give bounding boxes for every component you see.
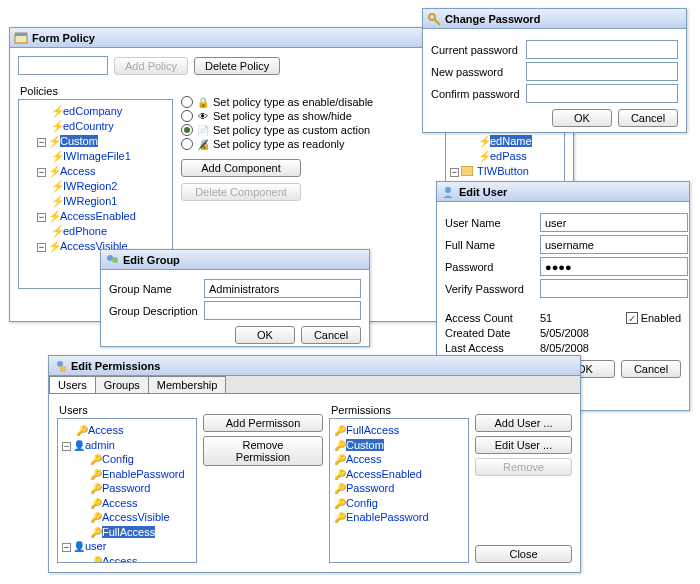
tree-item[interactable]: Password [346, 482, 394, 494]
bolt-icon: ⚡ [48, 210, 60, 223]
edit-group-titlebar: Edit Group [101, 250, 369, 270]
tree-item[interactable]: EnablePassword [102, 468, 185, 480]
user-icon: 👤 [73, 541, 85, 553]
access-count-value: 51 [540, 312, 552, 324]
form-policy-icon [14, 31, 28, 45]
permissions-tabbar: Users Groups Membership [49, 376, 580, 394]
tree-item[interactable]: Access [88, 424, 123, 436]
svg-rect-1 [15, 33, 27, 36]
collapse-icon[interactable]: − [450, 168, 459, 177]
tree-item[interactable]: Access [102, 555, 137, 563]
edit-group-cancel-button[interactable]: Cancel [301, 326, 361, 344]
group-icon [105, 253, 119, 267]
tree-item[interactable]: Access [102, 497, 137, 509]
collapse-icon[interactable]: − [37, 243, 46, 252]
enabled-checkbox[interactable]: ✓ [626, 312, 638, 324]
tree-item[interactable]: admin [85, 439, 115, 451]
tree-item[interactable]: Access [346, 453, 381, 465]
created-date-value: 5/05/2008 [540, 327, 589, 339]
add-component-button[interactable]: Add Component [181, 159, 301, 177]
users-tree[interactable]: 🔑Access −👤admin 🔑Config 🔑EnablePassword … [58, 419, 196, 562]
tree-item[interactable]: edCompany [63, 105, 122, 117]
group-desc-input[interactable] [204, 301, 361, 320]
policies-label: Policies [20, 85, 173, 97]
verify-password-input[interactable] [540, 279, 688, 298]
tab-membership[interactable]: Membership [148, 376, 227, 393]
change-password-cancel-button[interactable]: Cancel [618, 109, 678, 127]
add-policy-button[interactable]: Add Policy [114, 57, 188, 75]
close-button[interactable]: Close [475, 545, 572, 563]
container-icon [461, 166, 475, 178]
tree-item[interactable]: AccessEnabled [60, 210, 136, 222]
add-permission-button[interactable]: Add Permisson [203, 414, 323, 432]
new-password-input[interactable] [526, 62, 678, 81]
tab-users[interactable]: Users [49, 376, 96, 393]
radio-show-hide[interactable]: 👁Set policy type as show/hide [181, 109, 437, 123]
key-icon: 🔑 [334, 497, 346, 509]
tree-item[interactable]: IWRegion2 [63, 180, 117, 192]
svg-rect-3 [461, 166, 473, 176]
tree-item[interactable]: user [85, 540, 106, 552]
tree-item[interactable]: AccessVisible [102, 511, 170, 523]
permissions-tree[interactable]: 🔑FullAccess 🔑Custom 🔑Access 🔑AccessEnabl… [330, 419, 468, 562]
radio-enable-disable[interactable]: 🔒Set policy type as enable/disable [181, 95, 437, 109]
tree-item[interactable]: IWRegion1 [63, 195, 117, 207]
edit-group-window: Edit Group Group Name Group Description … [100, 249, 370, 347]
change-password-ok-button[interactable]: OK [552, 109, 612, 127]
tree-item[interactable]: Password [102, 482, 150, 494]
tree-item[interactable]: edPass [490, 150, 527, 162]
radio-readonly[interactable]: 🔏Set policy type as readonly [181, 137, 437, 151]
permission-icon [53, 359, 67, 373]
access-count-label: Access Count [445, 312, 540, 324]
bolt-icon: ⚡ [48, 165, 60, 178]
username-input[interactable] [540, 213, 688, 232]
collapse-icon[interactable]: − [62, 543, 71, 552]
verify-password-label: Verify Password [445, 283, 540, 295]
tree-item[interactable]: AccessEnabled [346, 468, 422, 480]
tree-item-selected[interactable]: edName [490, 135, 532, 147]
key-icon [427, 12, 441, 26]
bolt-icon: ⚡ [478, 150, 490, 163]
bolt-icon: ⚡ [51, 225, 63, 238]
current-password-input[interactable] [526, 40, 678, 59]
tree-item[interactable]: Config [346, 497, 378, 509]
collapse-icon[interactable]: − [62, 442, 71, 451]
tree-item[interactable]: edCountry [63, 120, 114, 132]
edit-user-button[interactable]: Edit User ... [475, 436, 572, 454]
tree-item[interactable]: TIWButton [477, 165, 529, 177]
bolt-icon: ⚡ [478, 135, 490, 148]
bolt-icon: ⚡ [48, 135, 60, 148]
edit-group-ok-button[interactable]: OK [235, 326, 295, 344]
key-icon: 🔑 [90, 454, 102, 466]
created-date-label: Created Date [445, 327, 540, 339]
tab-groups[interactable]: Groups [95, 376, 149, 393]
confirm-password-input[interactable] [526, 84, 678, 103]
tree-item[interactable]: FullAccess [346, 424, 399, 436]
radio-custom-action[interactable]: 📄Set policy type as custom action [181, 123, 437, 137]
collapse-icon[interactable]: − [37, 138, 46, 147]
policy-name-input[interactable] [18, 56, 108, 75]
key-icon: 🔑 [90, 468, 102, 480]
remove-permission-button[interactable]: Remove Permission [203, 436, 323, 466]
tree-item-selected[interactable]: FullAccess [102, 526, 155, 538]
edit-group-title: Edit Group [123, 254, 180, 266]
tree-item[interactable]: Config [102, 453, 134, 465]
tree-item[interactable]: edPhone [63, 225, 107, 237]
fullname-input[interactable] [540, 235, 688, 254]
tree-item-selected[interactable]: Custom [346, 439, 384, 451]
collapse-icon[interactable]: − [37, 213, 46, 222]
bolt-icon: ⚡ [51, 120, 63, 133]
tree-item-selected[interactable]: Custom [60, 135, 98, 147]
svg-line-5 [434, 19, 440, 25]
collapse-icon[interactable]: − [37, 168, 46, 177]
delete-component-button[interactable]: Delete Component [181, 183, 301, 201]
edit-user-cancel-button[interactable]: Cancel [621, 360, 681, 378]
remove-user-button[interactable]: Remove [475, 458, 572, 476]
group-name-input[interactable] [204, 279, 361, 298]
add-user-button[interactable]: Add User ... [475, 414, 572, 432]
tree-item[interactable]: EnablePassword [346, 511, 429, 523]
tree-item[interactable]: IWImageFile1 [63, 150, 131, 162]
delete-policy-button[interactable]: Delete Policy [194, 57, 280, 75]
password-input[interactable] [540, 257, 688, 276]
tree-item[interactable]: Access [60, 165, 95, 177]
